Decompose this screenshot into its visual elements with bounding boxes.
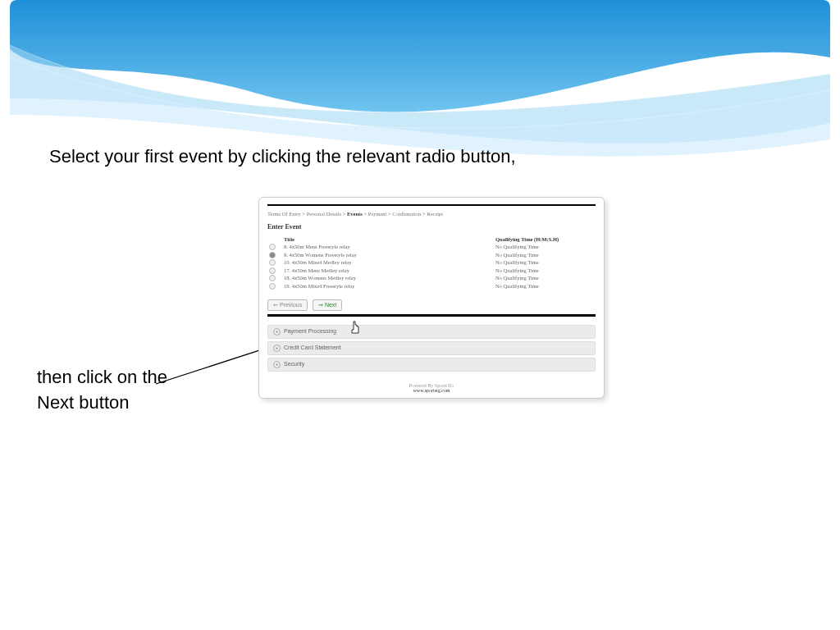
event-qt: No Qualifying Time [494,267,596,275]
event-title: 4x50m Mixed Freestyle relay [292,283,355,289]
expander-label: Security [284,361,304,367]
event-row: 17. 4x50m Mens Medley relay No Qualifyin… [267,267,596,275]
expander-payment-processing[interactable]: +Payment Processing [267,325,596,339]
expand-icon: + [273,361,281,368]
event-num: 10. [284,259,290,265]
event-radio[interactable] [269,259,276,266]
expand-icon: + [273,328,281,336]
instruction-bottom-l1: then click on the [37,367,167,387]
wave-header [0,0,840,164]
footer-url: www.sportstg.com [413,388,450,393]
event-radio[interactable] [269,275,276,281]
event-row: 8. 4x50m Mens Freestyle relay No Qualify… [267,243,596,251]
next-button[interactable]: ⇒ Next [313,299,342,311]
col-qt: Qualifying Time (H:M:S.H) [494,235,596,243]
registration-panel: Terms Of Entry > Personal Details > Even… [258,197,605,399]
event-num: 9. [284,252,288,258]
expander-credit-card-statement[interactable]: +Credit Card Statement [267,341,596,355]
instruction-bottom-l2: Next button [37,392,130,413]
event-radio[interactable] [269,244,276,250]
event-radio[interactable] [269,267,276,274]
nav-buttons: ⇐ Previous ⇒ Next [267,299,596,311]
event-title: 4x50m Mens Freestyle relay [290,244,350,249]
event-qt: No Qualifying Time [494,282,596,290]
col-title: Title [282,235,494,243]
crumb-confirmation[interactable]: Confirmation [392,211,421,217]
crumb-personal[interactable]: Personal Details [307,211,341,217]
previous-button[interactable]: ⇐ Previous [267,299,308,311]
panel-footer: Powered By SportsTG www.sportstg.com [267,383,596,393]
crumb-receipt[interactable]: Receipt [427,211,443,217]
previous-label: Previous [280,302,302,308]
crumb-terms[interactable]: Terms Of Entry [267,211,301,217]
event-qt: No Qualifying Time [494,274,596,282]
instruction-top: Select your first event by clicking the … [49,146,516,167]
divider-top [267,204,596,206]
next-label: Next [325,302,336,308]
event-row: 10. 4x50m Mixed Medley relay No Qualifyi… [267,258,596,267]
crumb-events[interactable]: Events [347,211,363,217]
expander-label: Payment Processing [284,328,336,334]
event-qt: No Qualifying Time [494,251,596,259]
expander-security[interactable]: +Security [267,358,596,372]
event-radio[interactable] [269,283,276,290]
event-radio[interactable] [269,252,276,258]
event-num: 17. [284,267,290,273]
expand-icon: + [273,345,281,352]
event-title: 4x50m Mens Medley relay [292,267,349,273]
expander-label: Credit Card Statement [284,345,341,350]
event-title: 4x50m Mixed Medley relay [292,259,352,265]
event-num: 19. [284,283,290,289]
section-title: Enter Event [267,223,596,231]
event-num: 18. [284,275,290,281]
event-qt: No Qualifying Time [494,243,596,251]
divider-mid [267,314,596,317]
event-qt: No Qualifying Time [494,258,596,267]
instruction-bottom: then click on the Next button [37,365,167,416]
event-row: 18. 4x50m Womens Medley relay No Qualify… [267,274,596,282]
event-num: 8. [284,244,288,249]
events-table: Title Qualifying Time (H:M:S.H) 8. 4x50m… [267,235,596,290]
event-row: 19. 4x50m Mixed Freestyle relay No Quali… [267,282,596,290]
event-title: 4x50m Womens Medley relay [292,275,356,281]
event-title: 4x50m Womens Freestyle relay [290,252,357,258]
breadcrumb: Terms Of Entry > Personal Details > Even… [267,211,596,217]
crumb-payment[interactable]: Payment [368,211,387,217]
event-row: 9. 4x50m Womens Freestyle relay No Quali… [267,251,596,259]
